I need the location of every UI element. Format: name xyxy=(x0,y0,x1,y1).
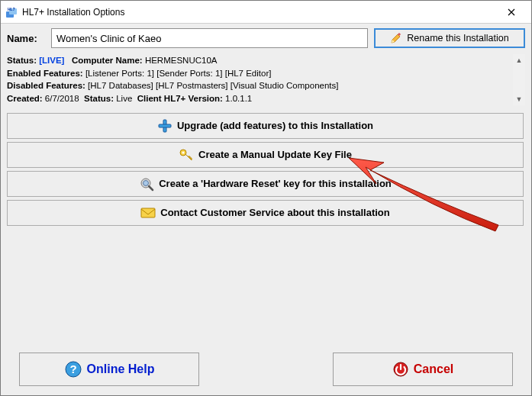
gear-search-icon xyxy=(139,176,154,192)
window: HL7 HL7+ Installation Options Name: Rena… xyxy=(0,0,532,396)
window-close-button[interactable] xyxy=(495,2,528,23)
create-manual-key-button[interactable]: Create a Manual Update Key File xyxy=(7,142,524,168)
svg-point-9 xyxy=(143,180,149,185)
info-text: Status: [LIVE] Computer Name: HERMESNUC1… xyxy=(7,54,511,105)
svg-text:HL7: HL7 xyxy=(8,7,15,11)
client-area: Name: Rename this Installation Status: [… xyxy=(1,24,531,395)
hw-reset-button-label: Create a 'Hardware Reset' key for this i… xyxy=(159,178,392,189)
scroll-up-icon[interactable]: ▲ xyxy=(513,54,525,66)
help-icon: ? xyxy=(64,360,82,378)
upgrade-button[interactable]: Upgrade (add features) to this Installat… xyxy=(7,113,524,139)
name-label: Name: xyxy=(7,33,45,44)
upgrade-button-label: Upgrade (add features) to this Installat… xyxy=(177,120,373,131)
hardware-reset-button[interactable]: Create a 'Hardware Reset' key for this i… xyxy=(7,171,524,197)
svg-rect-5 xyxy=(159,124,171,127)
info-scrollbar[interactable]: ▲ ▼ xyxy=(513,54,525,105)
name-row: Name: Rename this Installation xyxy=(7,28,525,48)
svg-point-7 xyxy=(182,151,185,153)
help-button-label: Online Help xyxy=(87,362,155,376)
scroll-down-icon[interactable]: ▼ xyxy=(513,93,525,105)
online-help-button[interactable]: ? Online Help xyxy=(19,353,199,386)
app-icon: HL7 xyxy=(5,6,18,18)
plus-icon xyxy=(157,118,172,134)
manual-key-button-label: Create a Manual Update Key File xyxy=(198,149,352,160)
svg-rect-10 xyxy=(141,208,155,217)
titlebar: HL7 HL7+ Installation Options xyxy=(1,1,531,24)
info-panel: Status: [LIVE] Computer Name: HERMESNUC1… xyxy=(7,54,525,105)
cancel-button[interactable]: Cancel xyxy=(333,353,513,386)
contact-support-button[interactable]: Contact Customer Service about this inst… xyxy=(7,200,524,226)
cancel-button-label: Cancel xyxy=(414,362,453,376)
envelope-icon xyxy=(140,207,156,219)
pencil-icon xyxy=(390,32,402,44)
contact-button-label: Contact Customer Service about this inst… xyxy=(160,207,390,218)
rename-button-label: Rename this Installation xyxy=(407,33,508,43)
rename-installation-button[interactable]: Rename this Installation xyxy=(374,28,525,48)
footer-row: ? Online Help Cancel xyxy=(7,353,525,389)
power-icon xyxy=(392,361,409,378)
installation-name-input[interactable] xyxy=(51,28,368,48)
action-buttons: Upgrade (add features) to this Installat… xyxy=(7,113,525,226)
key-icon xyxy=(179,147,194,163)
svg-text:?: ? xyxy=(69,362,76,375)
window-title: HL7+ Installation Options xyxy=(22,7,495,18)
